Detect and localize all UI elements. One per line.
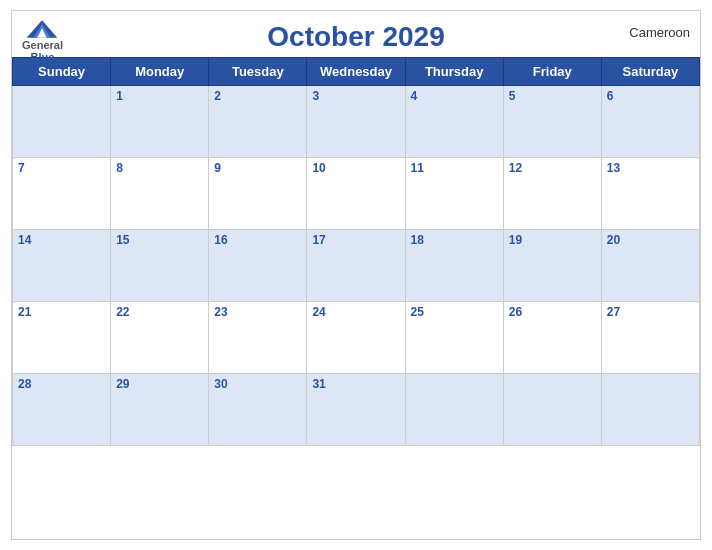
day-number: 1 (116, 89, 123, 103)
day-number: 5 (509, 89, 516, 103)
calendar-header: General Blue October 2029 Cameroon (12, 11, 700, 57)
day-cell: 18 (405, 230, 503, 302)
day-number: 15 (116, 233, 129, 247)
day-number: 23 (214, 305, 227, 319)
day-number: 22 (116, 305, 129, 319)
col-header-thursday: Thursday (405, 58, 503, 86)
day-cell: 16 (209, 230, 307, 302)
day-number: 3 (312, 89, 319, 103)
day-number: 29 (116, 377, 129, 391)
day-cell: 28 (13, 374, 111, 446)
day-number: 28 (18, 377, 31, 391)
day-cell (503, 374, 601, 446)
day-number: 14 (18, 233, 31, 247)
day-number: 17 (312, 233, 325, 247)
day-cell (601, 374, 699, 446)
logo-blue-text: Blue (31, 51, 55, 63)
day-number: 18 (411, 233, 424, 247)
day-cell: 12 (503, 158, 601, 230)
day-cell: 4 (405, 86, 503, 158)
day-cell: 22 (111, 302, 209, 374)
col-header-wednesday: Wednesday (307, 58, 405, 86)
col-header-monday: Monday (111, 58, 209, 86)
calendar-title: October 2029 (32, 21, 680, 53)
day-cell: 24 (307, 302, 405, 374)
day-cell: 29 (111, 374, 209, 446)
day-number: 20 (607, 233, 620, 247)
day-number: 7 (18, 161, 25, 175)
col-header-tuesday: Tuesday (209, 58, 307, 86)
calendar-grid: Sunday Monday Tuesday Wednesday Thursday… (12, 57, 700, 446)
day-number: 27 (607, 305, 620, 319)
col-header-friday: Friday (503, 58, 601, 86)
day-number: 31 (312, 377, 325, 391)
day-cell: 2 (209, 86, 307, 158)
day-number: 4 (411, 89, 418, 103)
generalblue-logo-icon (24, 19, 60, 39)
day-number: 8 (116, 161, 123, 175)
day-cell (13, 86, 111, 158)
col-header-saturday: Saturday (601, 58, 699, 86)
day-cell: 30 (209, 374, 307, 446)
day-cell: 10 (307, 158, 405, 230)
day-cell: 15 (111, 230, 209, 302)
day-header-row: Sunday Monday Tuesday Wednesday Thursday… (13, 58, 700, 86)
day-cell: 13 (601, 158, 699, 230)
day-number: 10 (312, 161, 325, 175)
day-cell: 1 (111, 86, 209, 158)
day-number: 2 (214, 89, 221, 103)
day-cell: 31 (307, 374, 405, 446)
week-row-3: 14151617181920 (13, 230, 700, 302)
day-cell: 7 (13, 158, 111, 230)
day-number: 9 (214, 161, 221, 175)
day-cell: 9 (209, 158, 307, 230)
day-number: 26 (509, 305, 522, 319)
day-number: 24 (312, 305, 325, 319)
day-cell (405, 374, 503, 446)
day-cell: 3 (307, 86, 405, 158)
day-number: 6 (607, 89, 614, 103)
day-cell: 6 (601, 86, 699, 158)
day-cell: 25 (405, 302, 503, 374)
calendar-body: 1234567891011121314151617181920212223242… (13, 86, 700, 446)
week-row-4: 21222324252627 (13, 302, 700, 374)
week-row-5: 28293031 (13, 374, 700, 446)
day-cell: 17 (307, 230, 405, 302)
day-cell: 19 (503, 230, 601, 302)
day-cell: 27 (601, 302, 699, 374)
day-number: 11 (411, 161, 424, 175)
day-number: 25 (411, 305, 424, 319)
country-label: Cameroon (629, 25, 690, 40)
day-number: 21 (18, 305, 31, 319)
day-cell: 23 (209, 302, 307, 374)
day-cell: 14 (13, 230, 111, 302)
week-row-2: 78910111213 (13, 158, 700, 230)
day-number: 19 (509, 233, 522, 247)
week-row-1: 123456 (13, 86, 700, 158)
day-cell: 11 (405, 158, 503, 230)
day-cell: 8 (111, 158, 209, 230)
day-cell: 5 (503, 86, 601, 158)
logo-area: General Blue (22, 19, 63, 63)
day-number: 13 (607, 161, 620, 175)
logo-general-text: General (22, 39, 63, 51)
day-cell: 20 (601, 230, 699, 302)
day-number: 12 (509, 161, 522, 175)
day-cell: 26 (503, 302, 601, 374)
day-number: 30 (214, 377, 227, 391)
calendar-container: General Blue October 2029 Cameroon Sunda… (11, 10, 701, 540)
day-number: 16 (214, 233, 227, 247)
day-cell: 21 (13, 302, 111, 374)
